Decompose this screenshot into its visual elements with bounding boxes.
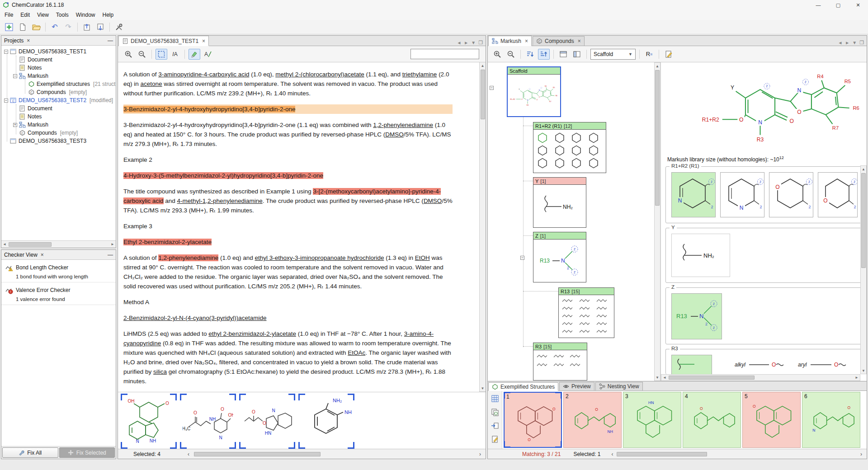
tab-scroll-left-icon[interactable]: ◄ — [457, 40, 461, 45]
scroll-right-icon[interactable]: › — [479, 451, 481, 457]
close-tab-icon[interactable]: × — [578, 38, 581, 44]
scroll-left-icon[interactable]: ‹ — [611, 451, 613, 457]
annotate-button[interactable]: A — [202, 49, 214, 60]
tree-expander-icon[interactable]: − — [4, 50, 8, 54]
menu-help[interactable]: Help — [99, 10, 118, 19]
sort-descending-button[interactable] — [524, 49, 536, 60]
ring-structure-icon[interactable] — [571, 157, 582, 169]
tree-item-compounds[interactable]: C Compounds [empty] — [1, 88, 116, 96]
chem-entity[interactable]: DMSO — [385, 131, 404, 138]
zoom-out-button[interactable] — [505, 49, 517, 60]
chem-entity[interactable]: 1,2-phenylenediamine — [373, 122, 433, 128]
tree-expander-icon[interactable]: − — [4, 99, 8, 103]
chem-entity[interactable]: ethyl 3-ethoxy-3-iminopropanoate hydroch… — [255, 254, 384, 261]
rgroup-option-r1r2-4[interactable]: O z 2 — [818, 172, 858, 217]
fragment-structure-icon[interactable] — [579, 306, 590, 310]
ring-structure-icon[interactable] — [537, 132, 548, 144]
chem-entity[interactable]: silica — [153, 368, 167, 375]
scaffold-select[interactable]: Scaffold ▼ — [590, 49, 636, 60]
scroll-down-icon[interactable]: ▼ — [480, 385, 486, 391]
scroll-down-icon[interactable]: ▼ — [654, 374, 660, 381]
collapse-panel-icon[interactable]: — — [108, 38, 113, 44]
rgroup-option-r1r2-1[interactable]: N z 2 — [671, 172, 716, 217]
rgroup-option-r3-aryl[interactable]: aryl O — [797, 357, 851, 375]
rgroup-option-r3-1[interactable] — [671, 355, 712, 375]
fragment-structure-icon[interactable] — [569, 362, 581, 367]
rgroup-node-r13[interactable]: R13[15] — [558, 287, 614, 338]
rgroup-option-z-1[interactable]: R13 N z z 2 — [671, 293, 722, 339]
ring-structure-icon[interactable] — [554, 132, 565, 144]
chem-entity-highlighted[interactable]: Ethyl 2-benzimidazol-2-ylacetate — [123, 239, 212, 245]
tree-item-document[interactable]: Document — [1, 56, 116, 64]
highlight-button[interactable] — [189, 49, 200, 60]
scroll-right-icon[interactable]: › — [860, 451, 862, 457]
close-button[interactable]: ✕ — [848, 0, 868, 10]
ring-structure-icon[interactable] — [537, 157, 548, 169]
ring-structure-icon[interactable] — [554, 157, 565, 169]
scroll-down-icon[interactable]: ▼ — [860, 367, 867, 374]
close-panel-icon[interactable]: × — [41, 252, 44, 258]
markush-structure-canvas[interactable] — [697, 64, 865, 153]
fragment-structure-icon[interactable] — [579, 313, 590, 318]
zoom-out-button[interactable] — [136, 49, 148, 60]
checkout-button[interactable] — [94, 21, 107, 33]
chem-entity[interactable]: acetone — [141, 80, 162, 87]
fragment-structure-icon[interactable] — [579, 329, 590, 334]
chem-entity[interactable]: triethylamine — [402, 71, 437, 78]
tree-expander-icon[interactable]: − — [490, 86, 494, 90]
area-select-button[interactable] — [156, 49, 167, 60]
chem-entity[interactable]: 4-methyl-1,2-phenylenediamine — [177, 197, 263, 204]
chem-entity-highlighted[interactable]: 1,2-phenylenediamine — [158, 254, 218, 261]
fragment-structure-icon[interactable] — [561, 329, 573, 334]
menu-view[interactable]: View — [33, 10, 52, 19]
fragment-structure-icon[interactable] — [596, 321, 608, 326]
tab-list-icon[interactable]: ▼ — [471, 40, 476, 45]
tree-item-notes[interactable]: Notes — [1, 64, 116, 72]
fix-all-button[interactable]: Fix All — [2, 447, 58, 458]
projects-hscrollbar[interactable]: ◄ ► — [1, 240, 116, 248]
text-select-button[interactable]: IA — [169, 49, 181, 60]
exemplified-card-6[interactable]: 6 ON — [802, 392, 860, 448]
fragment-structure-icon[interactable] — [561, 306, 573, 310]
fragment-structure-icon[interactable] — [579, 321, 590, 326]
exemplified-card-2[interactable]: 2 ONH — [563, 392, 622, 448]
tree-item-project-test2[interactable]: − C DEMO_US6756383_TEST2 [modified] — [1, 96, 116, 104]
edit-structure-button[interactable] — [663, 49, 675, 60]
markush-scaffold-node[interactable]: Scaffold — [507, 66, 561, 117]
scroll-up-icon[interactable]: ▲ — [480, 62, 486, 69]
tree-expander-icon[interactable]: − — [520, 256, 524, 260]
fragment-structure-icon[interactable] — [596, 306, 608, 310]
chem-entity[interactable]: ethyl 2-benzimidazol-2-ylacetate — [208, 330, 296, 337]
scroll-left-icon[interactable]: ◄ — [1, 241, 8, 248]
chem-entity[interactable]: EtOH — [415, 254, 430, 261]
rgroup-option-r1r2-3[interactable]: O z 2 — [769, 172, 813, 217]
tree-expander-icon[interactable]: − — [13, 74, 17, 78]
scroll-right-icon[interactable]: ► — [854, 375, 860, 381]
ring-structure-icon[interactable] — [588, 145, 599, 156]
menu-edit[interactable]: Edit — [17, 10, 33, 19]
menu-tools[interactable]: Tools — [52, 10, 72, 19]
tree-item-project-test1[interactable]: − DEMO_US6756383_TEST1 — [1, 47, 116, 56]
fragment-structure-icon[interactable] — [553, 362, 565, 367]
tree-item-exemplified-structures[interactable]: Exemplified structures [21 structures] — [1, 80, 116, 88]
tree-item-document[interactable]: Document — [1, 104, 116, 113]
tree-item-compounds[interactable]: C Compounds [empty] — [1, 129, 116, 137]
document-search-input[interactable] — [410, 49, 479, 59]
tab-list-icon[interactable]: ▼ — [852, 40, 857, 45]
exemplified-card-5[interactable]: 5 O — [742, 392, 801, 448]
tree-item-notes[interactable]: Notes — [1, 113, 116, 121]
close-tab-icon[interactable]: × — [202, 38, 205, 44]
rgroup-node-r1r2[interactable]: R1+R2 (R1)[12] — [533, 122, 606, 173]
ring-structure-icon[interactable] — [588, 157, 599, 169]
scroll-right-icon[interactable]: ► — [109, 241, 116, 248]
fragment-structure-icon[interactable] — [569, 353, 581, 358]
tab-exemplified-structures[interactable]: Exemplified Structures — [488, 382, 558, 391]
tab-nesting-view[interactable]: Nesting View — [595, 382, 643, 390]
tree-item-project-test3[interactable]: DEMO_US6756383_TEST3 — [1, 137, 116, 145]
maximize-panel-icon[interactable]: ❐ — [859, 40, 864, 46]
fragment-structure-icon[interactable] — [596, 298, 608, 303]
rgroup-node-y[interactable]: Y[1] NH₂ — [533, 177, 586, 228]
chem-entity[interactable]: methyl 2-(chlorocarbonyl)acetate — [275, 71, 364, 78]
fragment-structure-icon[interactable] — [579, 298, 590, 303]
document-vscrollbar[interactable]: ▲ ▼ — [479, 62, 486, 392]
